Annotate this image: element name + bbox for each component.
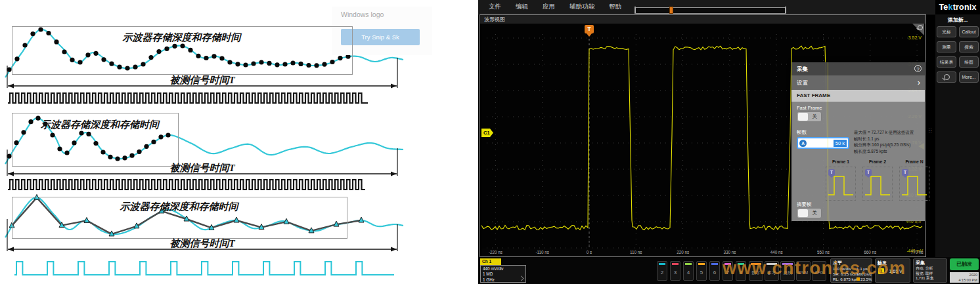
frame-pulse-icon <box>826 167 855 200</box>
horizontal-cell: 160 ps/pt <box>857 272 872 277</box>
horizontal-cell: 23.5% <box>857 277 872 282</box>
chevron-right-icon[interactable]: › <box>918 75 920 90</box>
datetime-line: 2020 <box>950 273 977 278</box>
channel-color-strip <box>767 263 777 265</box>
menu-item-0[interactable]: 文件 <box>489 3 501 11</box>
channel-button-总线[interactable]: 总线 <box>780 261 795 281</box>
horizontal-overview-bar[interactable] <box>635 7 786 14</box>
sidebar-button-5[interactable]: 绘图 <box>959 56 979 68</box>
diagram1-signal-time-label: 被测信号时间T <box>7 74 398 87</box>
channel1-setting-line: 1 MΩ <box>483 272 525 277</box>
sidebar-button-0[interactable]: 光标 <box>937 26 956 37</box>
windows-popup-text: Windows logo <box>341 10 384 18</box>
time-tick: 0 s <box>578 250 600 254</box>
datetime-line: 4:15:00 PM <box>950 278 977 283</box>
channel-button-label: 3 <box>671 270 680 275</box>
trigger-flag-icon[interactable]: T <box>585 25 594 33</box>
summary-frame-toggle[interactable]: 关 <box>797 208 822 218</box>
sidebar-button-7[interactable]: More... <box>959 71 979 83</box>
channel-button-5[interactable]: 5 <box>696 261 707 281</box>
diagram2-title: 示波器存储深度和存储时间 <box>41 119 159 131</box>
trigger-settings-row: 1 ∕ 1.65 V <box>876 266 910 274</box>
menu-item-1[interactable]: 编辑 <box>516 3 528 11</box>
acquisition-line: 预览: 取样 <box>914 272 947 277</box>
time-tick: 660 ns <box>859 250 881 254</box>
channel-button-4[interactable]: 4 <box>683 261 694 281</box>
frame-box: T <box>826 167 856 201</box>
bottom-settings-bar: Ch 1 440 mV/div1 MΩ1 GHz 水平 110 ns/div1.… <box>478 257 980 284</box>
channel-button-label: 数字 <box>749 270 763 276</box>
trigger-source-icon: 1 <box>878 268 884 274</box>
time-tick: -110 ns <box>531 250 554 254</box>
channel-color-strip <box>672 263 679 265</box>
channel1-settings: 440 mV/div1 MΩ1 GHz <box>480 265 526 283</box>
overview-trigger-marker[interactable] <box>669 7 673 14</box>
horizontal-cell: RL: 6.875 kpts <box>833 277 857 282</box>
channel-button-8[interactable]: 8 <box>736 261 746 281</box>
time-tick: 220 ns <box>672 250 694 254</box>
sidebar-button-2[interactable]: 测量 <box>937 41 956 52</box>
frame-count-input[interactable]: A 50 k <box>797 137 849 149</box>
acquisition-line: 自动, 分析 <box>914 266 947 272</box>
channel-color-strip <box>738 263 744 265</box>
zoom-waveform-icon <box>944 74 950 80</box>
trigger-title: 触发 <box>876 259 910 266</box>
channel-button-label: 5 <box>697 270 706 275</box>
channel1-setting-line: 440 mV/div <box>483 266 525 272</box>
fastframe-info-line: 最大值 = 72.727 k 使用这些设置 <box>854 129 914 136</box>
time-tick: 110 ns <box>625 250 647 254</box>
oscilloscope-app: 文件编辑应用辅助功能帮助 Tektronix 波形视图 T C1 3.52 V3… <box>478 0 980 284</box>
acquisition-badge[interactable]: 采集 自动, 分析预览: 取样1,731 采集 <box>913 258 947 283</box>
sidebar-button-1[interactable]: Callout <box>959 26 979 37</box>
sidebar-button-4[interactable]: 结果表 <box>937 56 956 68</box>
panel-title: 采集 <box>791 62 925 75</box>
channel-button-label: 总线 <box>781 270 794 276</box>
sidebar-zoom-waveform-icon-button[interactable] <box>937 71 956 83</box>
toggle-knob <box>798 113 808 121</box>
trigger-badge[interactable]: 触发 1 ∕ 1.65 V <box>875 258 910 283</box>
channel-button-2[interactable]: 2 <box>657 261 667 281</box>
time-tick: 330 ns <box>719 250 741 254</box>
tektronix-logo: Tektronix <box>935 0 980 14</box>
multipurpose-knob-a-icon: A <box>799 140 807 147</box>
channel-button-label: AFG <box>813 270 826 275</box>
acquisition-title: 采集 <box>914 259 947 266</box>
channel-button-3[interactable]: 3 <box>670 261 680 281</box>
channel1-badge[interactable]: Ch 1 440 mV/div1 MΩ1 GHz <box>480 258 526 283</box>
channel-button-label: 7 <box>723 270 732 275</box>
fastframe-toggle[interactable]: 关 <box>797 112 822 122</box>
summary-frame-label: 摘要帧 <box>797 201 812 208</box>
panel-drag-handle-icon[interactable]: ∷∷ <box>929 129 932 135</box>
diagram1-title: 示波器存储深度和存储时间 <box>12 31 351 44</box>
diagram3-signal-time-label: 被测信号时间T <box>7 237 398 250</box>
channel-button-6[interactable]: 6 <box>709 261 720 281</box>
triggered-status-button[interactable]: 已触发 <box>950 258 979 270</box>
horizontal-row: 110 ns/div1.1 μs <box>831 266 872 272</box>
try-snip-button[interactable]: Try Snip & Sk <box>341 29 420 45</box>
channel-color-strip <box>698 263 705 265</box>
channel-button-DVM[interactable]: DVM <box>796 261 811 281</box>
fastframe-section-header[interactable]: FAST FRAME <box>791 90 925 102</box>
channel-button-参考[interactable]: 参考 <box>765 261 779 281</box>
horizontal-badge[interactable]: 水平 110 ns/div1.1 μsSR: 6.25 GS/s160 ps/p… <box>830 258 872 283</box>
toggle-state-label: 关 <box>813 113 818 120</box>
channel-button-label: 4 <box>684 270 693 275</box>
channel-button-7[interactable]: 7 <box>723 261 733 281</box>
menu-item-4[interactable]: 帮助 <box>609 3 621 11</box>
channel-button-数字[interactable]: 数字 <box>749 261 763 281</box>
time-axis: -440 mV -220 ns-110 ns0 s110 ns220 ns330… <box>481 249 924 256</box>
waveform-view-tab[interactable]: 波形视图 <box>480 15 925 24</box>
horizontal-cell: SR: 6.25 GS/s <box>833 272 857 277</box>
fastframe-info-line: 帧长度:6.875 kpts <box>854 148 914 155</box>
fastframe-body: Fast Frame 关 帧数 A 50 k 最大值 = 72.727 k 使用… <box>791 102 925 221</box>
add-new-label: 添加新... <box>935 16 980 24</box>
settings-row[interactable]: 设置 <box>791 75 925 90</box>
sidebar-button-3[interactable]: 搜索 <box>959 41 979 52</box>
menu-item-3[interactable]: 辅助功能 <box>569 3 594 11</box>
help-icon[interactable]: ? <box>914 65 922 72</box>
channel-button-AFG[interactable]: AFG <box>812 261 826 281</box>
fastframe-info-text: 最大值 = 72.727 k 使用这些设置帧时长:1.1 μs帧分辨率:160 … <box>854 129 914 154</box>
menu-item-2[interactable]: 应用 <box>543 3 555 11</box>
horizontal-cell: 110 ns/div <box>833 266 857 272</box>
frame-box: T <box>862 167 893 201</box>
